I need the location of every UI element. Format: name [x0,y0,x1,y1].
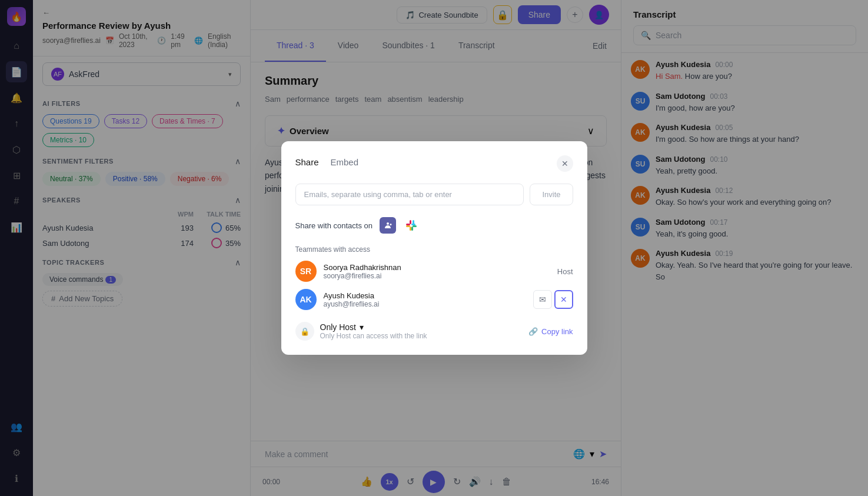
teammates-access-label: Teammates with access [295,245,573,254]
svg-rect-5 [406,225,410,227]
svg-rect-7 [413,220,414,224]
teammate-info-ayush: Ayush Kudesia ayush@fireflies.ai [324,291,526,308]
teammate-name-ayush: Ayush Kudesia [324,291,526,300]
teammate-email-action[interactable]: ✉ [533,290,552,309]
access-lock-icon: 🔒 [295,322,314,341]
teammate-email-soorya: soorya@fireflies.ai [324,272,550,280]
teammate-row-ayush: AK Ayush Kudesia ayush@fireflies.ai ✉ ✕ [295,289,573,310]
teammate-avatar-soorya: SR [295,261,317,282]
access-row: 🔒 Only Host ▾ Only Host can access with … [295,322,573,341]
share-contacts-label: Share with contacts on [295,221,373,230]
link-icon: 🔗 [528,327,538,336]
invite-row: Invite [295,184,573,205]
teammate-row-soorya: SR Soorya Radhakrishnan soorya@fireflies… [295,261,573,282]
invite-button[interactable]: Invite [530,184,573,205]
modal-header: Share Embed ✕ [295,155,573,172]
access-left: 🔒 Only Host ▾ Only Host can access with … [295,322,427,341]
teammate-info-soorya: Soorya Radhakrishnan soorya@fireflies.ai [324,263,550,280]
svg-rect-6 [410,227,411,231]
modal-tabs: Share Embed [295,157,371,171]
access-info: Only Host ▾ Only Host can access with th… [320,322,427,340]
access-description: Only Host can access with the link [320,332,427,340]
teammate-remove-button[interactable]: ✕ [554,290,573,309]
slack-icon[interactable] [403,217,420,234]
modal-tab-embed[interactable]: Embed [331,157,359,171]
email-input[interactable] [295,184,524,205]
teammates-section: Teammates with access SR Soorya Radhakri… [295,245,573,310]
teammate-actions-ayush: ✉ ✕ [533,290,573,309]
svg-rect-2 [406,224,410,225]
svg-rect-4 [413,225,417,227]
share-modal: Share Embed ✕ Invite Share with contacts… [281,141,587,355]
modal-close-button[interactable]: ✕ [557,155,573,172]
modal-tab-share[interactable]: Share [295,157,319,171]
copy-link-label: Copy link [541,327,573,336]
teammate-avatar-ayush: AK [295,289,317,310]
teammate-name-soorya: Soorya Radhakrishnan [324,263,550,272]
only-host-label: Only Host [320,322,356,332]
svg-rect-3 [411,227,413,231]
teams-icon[interactable] [380,217,396,234]
only-host-select[interactable]: Only Host ▾ [320,322,427,332]
teammate-role-soorya: Host [557,267,573,276]
svg-rect-8 [411,224,415,225]
share-contacts-row: Share with contacts on [295,217,573,234]
dropdown-arrow-icon: ▾ [360,322,364,332]
teammate-email-ayush: ayush@fireflies.ai [324,300,526,308]
modal-overlay[interactable]: Share Embed ✕ Invite Share with contacts… [0,0,868,496]
svg-rect-1 [410,220,411,224]
copy-link-button[interactable]: 🔗 Copy link [528,327,573,336]
